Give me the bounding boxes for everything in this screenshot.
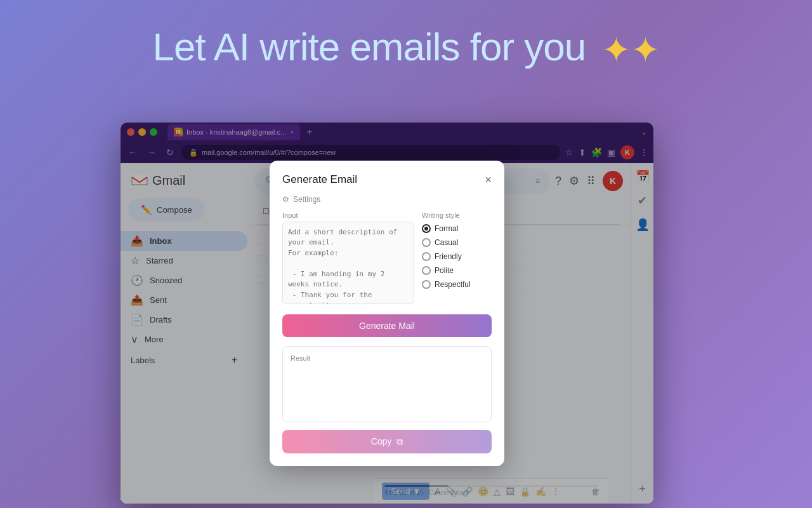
modal-title: Generate Email xyxy=(282,173,357,186)
radio-casual[interactable]: Casual xyxy=(422,238,492,247)
radio-casual-circle[interactable] xyxy=(422,238,431,247)
writing-style-section: Writing style Formal Casual Friendly xyxy=(422,211,492,307)
generate-mail-button[interactable]: Generate Mail xyxy=(282,314,492,337)
radio-friendly[interactable]: Friendly xyxy=(422,252,492,261)
radio-friendly-circle[interactable] xyxy=(422,252,431,261)
radio-respectful-label: Respectful xyxy=(435,280,471,289)
input-label: Input xyxy=(282,211,414,219)
modal-close-button[interactable]: × xyxy=(485,174,492,185)
result-label: Result xyxy=(291,354,483,362)
radio-respectful-circle[interactable] xyxy=(422,280,431,289)
copy-button[interactable]: Copy ⧉ xyxy=(282,430,492,453)
generate-email-modal: Generate Email × ⚙ Settings Input Writin… xyxy=(270,161,504,466)
radio-casual-label: Casual xyxy=(435,238,458,247)
radio-polite[interactable]: Polite xyxy=(422,266,492,275)
sparkle-icon: ✦✦ xyxy=(601,30,660,70)
hero-section: Let AI write emails for you ✦✦ xyxy=(0,0,812,69)
radio-formal-label: Formal xyxy=(435,224,458,233)
radio-respectful[interactable]: Respectful xyxy=(422,280,492,289)
browser-window: M Inbox - kristinahaag8@gmail.c... × + ⌄… xyxy=(121,123,653,504)
radio-polite-circle[interactable] xyxy=(422,266,431,275)
radio-friendly-label: Friendly xyxy=(435,252,462,261)
settings-link[interactable]: ⚙ Settings xyxy=(282,195,492,204)
settings-gear-icon: ⚙ xyxy=(282,195,289,204)
input-section: Input xyxy=(282,211,414,307)
result-section: Result xyxy=(282,346,492,422)
input-textarea[interactable] xyxy=(282,222,414,304)
writing-style-label: Writing style xyxy=(422,211,492,219)
radio-formal[interactable]: Formal xyxy=(422,224,492,233)
modal-header: Generate Email × xyxy=(282,173,492,186)
hero-title: Let AI write emails for you ✦✦ xyxy=(0,0,812,69)
input-writing-row: Input Writing style Formal Casual xyxy=(282,211,492,307)
modal-overlay: Generate Email × ⚙ Settings Input Writin… xyxy=(121,123,653,504)
copy-icon: ⧉ xyxy=(396,436,403,447)
radio-polite-label: Polite xyxy=(435,266,454,275)
radio-formal-circle[interactable] xyxy=(422,224,431,233)
